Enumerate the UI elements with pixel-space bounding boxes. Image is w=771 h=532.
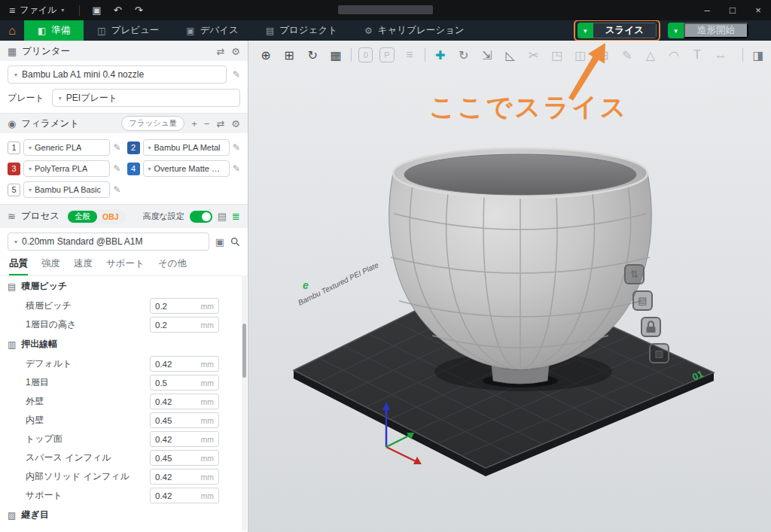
tab-support[interactable]: サポート	[106, 257, 145, 275]
view-all-settings-icon[interactable]: ≣	[232, 211, 240, 222]
layer-height-input[interactable]: 0.2 mm	[150, 298, 219, 314]
remove-filament-icon[interactable]: −	[204, 118, 210, 129]
color-paint-icon[interactable]: ✎	[619, 47, 635, 64]
label-objects-icon[interactable]: 0	[358, 47, 373, 62]
scale-icon[interactable]: ⇲	[479, 47, 495, 64]
assembly-view-icon[interactable]: ◨	[750, 47, 766, 64]
setting-label: 外壁	[26, 395, 150, 408]
object-list-icon[interactable]: ≡	[401, 47, 418, 64]
file-menu-label: ファイル	[20, 4, 56, 17]
label-parts-icon[interactable]: P	[379, 47, 394, 62]
sidebar-scrollbar-track[interactable]	[242, 275, 247, 531]
cut-icon[interactable]: ✂	[526, 47, 542, 64]
text-tool-icon[interactable]: T	[689, 47, 705, 64]
tab-others[interactable]: その他	[158, 257, 187, 275]
slice-button[interactable]: スライス	[593, 23, 657, 38]
close-button[interactable]: ×	[745, 0, 771, 20]
tab-quality[interactable]: 品質	[9, 257, 28, 275]
plate-type-select[interactable]: ▾ PEIプレート	[52, 89, 240, 107]
save-project-button[interactable]: ▣	[86, 0, 107, 20]
add-plate-icon[interactable]: ⊞	[281, 47, 297, 64]
chevron-down-icon: ▾	[674, 27, 678, 35]
plate-lock-icon[interactable]	[641, 318, 660, 336]
printer-connection-icon[interactable]: ⇄	[216, 46, 224, 57]
group-line-width: ▥ 押出線幅	[0, 334, 248, 354]
support-paint-icon[interactable]: △	[642, 47, 659, 64]
tab-preview[interactable]: ◫ プレビュー	[84, 20, 172, 41]
filament-select-5[interactable]: ▾ Bambu PLA Basic	[23, 181, 110, 198]
auto-orient-icon[interactable]: ↻	[304, 47, 321, 64]
seam-icon[interactable]: ◠	[666, 47, 682, 64]
plate-pattern-marker-icon[interactable]: ▨	[650, 344, 669, 363]
tab-calibration[interactable]: ⚙ キャリブレーション	[351, 20, 478, 41]
save-preset-icon[interactable]: ▣	[215, 236, 224, 248]
file-menu[interactable]: ≡ ファイル ▾	[0, 0, 73, 20]
default-width-input[interactable]: 0.42 mm	[150, 356, 219, 372]
support-width-input[interactable]: 0.42 mm	[150, 488, 219, 503]
redo-button[interactable]: ↷	[128, 0, 149, 20]
rotate-icon[interactable]: ↻	[456, 47, 472, 64]
first-layer-width-input[interactable]: 0.5 mm	[150, 375, 219, 391]
add-filament-icon[interactable]: +	[191, 118, 197, 129]
measure-icon[interactable]: ↔	[712, 47, 729, 64]
start-print-button[interactable]: 造形開始	[684, 23, 748, 38]
filament-edit-icon[interactable]: ✎	[113, 163, 120, 174]
ams-sync-icon[interactable]: ⇄	[216, 118, 224, 129]
lay-on-face-icon[interactable]: ◺	[502, 47, 519, 64]
search-icon[interactable]	[230, 237, 240, 247]
move-icon[interactable]: ✚	[432, 47, 449, 64]
maximize-button[interactable]: □	[720, 0, 745, 20]
slice-dropdown-button[interactable]: ▾	[577, 23, 593, 38]
plate-flow-marker-icon[interactable]: ⇅	[625, 265, 644, 284]
filament-select-2[interactable]: ▾ Bambu PLA Metal	[143, 139, 230, 156]
plate-brand-text: Bambu Textured PEI Plate	[297, 260, 380, 307]
undo-button[interactable]: ↶	[107, 0, 128, 20]
plate-card-marker-icon[interactable]: ▤	[633, 291, 652, 310]
inner-wall-width-input[interactable]: 0.45 mm	[150, 412, 219, 428]
filament-edit-icon[interactable]: ✎	[113, 184, 120, 195]
setting-unit: mm	[201, 454, 215, 463]
flush-volume-button[interactable]: フラッシュ量	[121, 116, 184, 131]
filament-color-badge: 3	[8, 163, 20, 175]
filament-select-1[interactable]: ▾ Generic PLA	[23, 139, 110, 156]
sparse-infill-width-input[interactable]: 0.45 mm	[150, 450, 219, 466]
plate-type-value: PEIプレート	[66, 92, 117, 105]
sidebar-scrollbar-thumb[interactable]	[242, 324, 246, 378]
add-object-icon[interactable]: ⊕	[258, 47, 274, 64]
setting-value: 0.42	[155, 491, 201, 500]
tab-strength[interactable]: 強度	[41, 257, 60, 275]
tab-project[interactable]: ▤ プロジェクト	[252, 20, 351, 41]
internal-solid-infill-width-input[interactable]: 0.42 mm	[150, 469, 219, 485]
top-surface-width-input[interactable]: 0.42 mm	[150, 431, 219, 447]
advanced-settings-toggle[interactable]	[190, 211, 212, 223]
arrange-icon[interactable]: ▦	[328, 47, 344, 64]
chevron-down-icon: ▾	[29, 187, 32, 193]
filament-settings-gear-icon[interactable]: ⚙	[231, 118, 240, 129]
print-dropdown-button[interactable]: ▾	[668, 23, 684, 38]
tab-device[interactable]: ▣ デバイス	[172, 20, 252, 41]
viewport-3d[interactable]: ⊕ ⊞ ↻ ▦ 0 P ≡ ✚ ↻ ⇲ ◺ ✂ ◳ ◫ ⊟ ✎ △ ◠ T	[248, 41, 771, 532]
compare-preset-icon[interactable]: ▤	[218, 211, 227, 222]
tab-prepare[interactable]: ◧ 準備	[24, 20, 84, 41]
printer-settings-gear-icon[interactable]: ⚙	[231, 46, 240, 57]
minimize-button[interactable]: –	[694, 0, 720, 20]
split-objects-icon[interactable]: ◫	[572, 47, 589, 64]
first-layer-height-input[interactable]: 0.2 mm	[150, 317, 219, 333]
printer-select[interactable]: ▾ Bambu Lab A1 mini 0.4 nozzle	[8, 65, 227, 84]
filament-edit-icon[interactable]: ✎	[233, 163, 240, 174]
tab-speed[interactable]: 速度	[74, 257, 93, 275]
home-button[interactable]: ⌂	[0, 20, 24, 41]
filament-select-3[interactable]: ▾ PolyTerra PLA	[23, 160, 110, 177]
filament-edit-icon[interactable]: ✎	[233, 142, 240, 153]
hamburger-icon: ≡	[9, 5, 15, 17]
outer-wall-width-input[interactable]: 0.42 mm	[150, 394, 219, 409]
setting-value: 0.42	[155, 473, 201, 482]
filament-edit-icon[interactable]: ✎	[113, 142, 120, 153]
scope-global-segment[interactable]: 全般	[68, 211, 97, 223]
filament-select-4[interactable]: ▾ Overture Matte PLA	[143, 160, 230, 177]
printer-edit-icon[interactable]: ✎	[233, 69, 240, 80]
split-parts-icon[interactable]: ⊟	[596, 47, 612, 64]
clone-icon[interactable]: ◳	[549, 47, 565, 64]
scope-objects-segment[interactable]: OBJ	[97, 212, 124, 221]
process-preset-select[interactable]: ▾ 0.20mm Standard @BBL A1M	[8, 233, 209, 251]
